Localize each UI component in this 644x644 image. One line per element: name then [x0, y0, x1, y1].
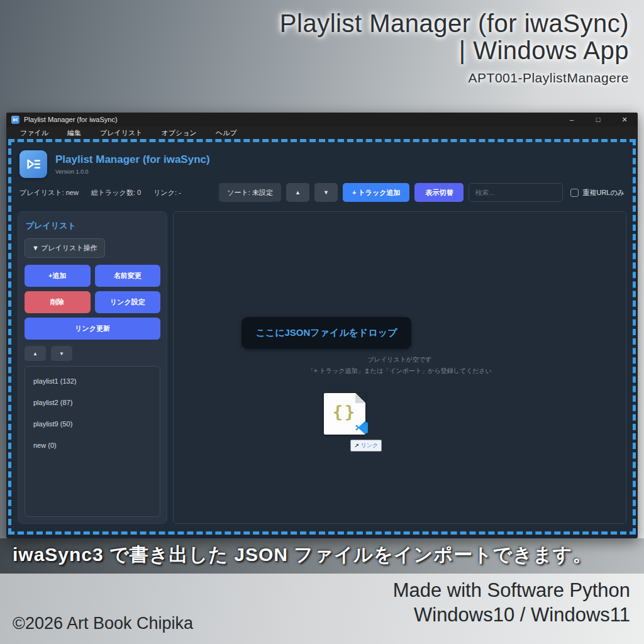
empty-state-text: プレイリストが空です 「+ トラック追加」または「インポート」から登録してくださ…: [174, 354, 626, 376]
credit-os: Windows10 / Windows11: [393, 603, 630, 628]
playlist-item[interactable]: playlist9 (50): [25, 413, 160, 435]
search-input[interactable]: [469, 183, 563, 202]
poster-subtitle: APT001-PlaylistManagere: [280, 70, 629, 86]
poster-caption: iwaSync3 で書き出した JSON ファイルをインポートできます。: [13, 542, 635, 568]
shortcut-label: リンク: [361, 441, 379, 450]
menu-edit[interactable]: 編集: [67, 128, 81, 138]
menu-file[interactable]: ファイル: [20, 128, 48, 138]
sort-button[interactable]: ソート: 未設定: [219, 183, 281, 202]
playlist-item[interactable]: playlist1 (132): [25, 370, 160, 392]
minimize-button[interactable]: –: [558, 113, 585, 126]
duplicate-url-filter: 重複URLのみ: [570, 188, 625, 197]
playlist-list: playlist1 (132) playlist2 (87) playlist9…: [25, 366, 160, 517]
shortcut-arrow-icon: ↗: [354, 443, 359, 449]
app-window: Playlist Manager (for iwaSync) – □ ✕ ファイ…: [6, 113, 638, 538]
playlist-app-icon: [19, 150, 47, 178]
window-controls: – □ ✕: [558, 113, 638, 126]
json-file-icon: {}: [324, 393, 365, 435]
toggle-view-button[interactable]: 表示切替: [414, 183, 464, 202]
delete-playlist-button[interactable]: 削除: [25, 291, 91, 313]
menu-playlist[interactable]: プレイリスト: [100, 128, 143, 138]
status-toolbar-row: プレイリスト: new 総トラック数: 0 リンク: - ソート: 未設定 ▲ …: [11, 180, 633, 208]
json-file-illustration: {} ↗ リンク: [324, 393, 368, 450]
sort-down-button[interactable]: ▼: [314, 183, 338, 202]
poster-title-line1: Playlist Manager (for iwaSync): [280, 10, 629, 37]
app-content: Playlist Manager (for iwaSync) Version 1…: [8, 139, 636, 535]
window-titlebar: Playlist Manager (for iwaSync) – □ ✕: [6, 113, 638, 126]
playlist-action-buttons: +追加 名前変更 削除 リンク設定: [25, 265, 160, 313]
status-track-count: 総トラック数: 0: [91, 188, 141, 197]
playlist-sidebar: プレイリスト ▼ プレイリスト操作 +追加 名前変更 削除 リンク設定 リンク更…: [18, 211, 167, 524]
poster: Playlist Manager (for iwaSync) | Windows…: [0, 0, 644, 644]
empty-state-line1: プレイリストが空です: [174, 354, 626, 365]
move-playlist-up-button[interactable]: ▲: [25, 346, 46, 361]
playlist-item[interactable]: playlist2 (87): [25, 392, 160, 413]
menu-bar: ファイル 編集 プレイリスト オプション ヘルプ: [6, 126, 638, 139]
rename-playlist-button[interactable]: 名前変更: [95, 265, 161, 287]
app-version: Version 1.0.0: [55, 169, 210, 175]
link-update-button[interactable]: リンク更新: [25, 318, 160, 340]
track-area: ここにJSONファイルをドロップ プレイリストが空です 「+ トラック追加」また…: [173, 211, 626, 524]
add-track-button[interactable]: + トラック追加: [343, 183, 410, 202]
app-header: Playlist Manager (for iwaSync) Version 1…: [11, 142, 633, 180]
duplicate-url-label: 重複URLのみ: [582, 188, 625, 197]
duplicate-url-checkbox[interactable]: [570, 189, 579, 197]
app-title: Playlist Manager (for iwaSync): [55, 153, 210, 166]
playlist-item[interactable]: new (0): [25, 435, 160, 456]
playlist-move-buttons: ▲ ▼: [25, 346, 160, 361]
credit-made-with: Made with Software Python: [393, 579, 630, 603]
menu-help[interactable]: ヘルプ: [216, 128, 237, 138]
poster-title-line2: | Windows App: [280, 37, 629, 64]
status-bar: プレイリスト: new 総トラック数: 0 リンク: -: [19, 188, 181, 197]
link-shortcut-badge: ↗ リンク: [350, 440, 382, 452]
window-body: プレイリスト ▼ プレイリスト操作 +追加 名前変更 削除 リンク設定 リンク更…: [18, 211, 626, 524]
sidebar-heading: プレイリスト: [26, 220, 159, 231]
status-link: リンク: -: [153, 188, 181, 197]
menu-options[interactable]: オプション: [162, 128, 197, 138]
json-drop-zone[interactable]: ここにJSONファイルをドロップ: [242, 317, 411, 349]
window-app-icon: [11, 116, 19, 124]
add-playlist-button[interactable]: +追加: [25, 265, 91, 287]
poster-title: Playlist Manager (for iwaSync) | Windows…: [280, 10, 629, 86]
credit-copyright: ©2026 Art Book Chipika: [13, 614, 193, 633]
move-playlist-down-button[interactable]: ▼: [51, 346, 72, 361]
empty-state-line2: 「+ トラック追加」または「インポート」から登録してください: [174, 365, 626, 377]
vscode-icon: [355, 421, 369, 435]
sort-up-button[interactable]: ▲: [286, 183, 309, 202]
link-settings-button[interactable]: リンク設定: [95, 291, 161, 313]
credit-right: Made with Software Python Windows10 / Wi…: [393, 579, 630, 628]
window-title: Playlist Manager (for iwaSync): [24, 116, 118, 123]
playlist-operations-button[interactable]: ▼ プレイリスト操作: [25, 238, 105, 258]
close-button[interactable]: ✕: [611, 113, 638, 126]
maximize-button[interactable]: □: [585, 113, 611, 126]
status-playlist: プレイリスト: new: [19, 188, 79, 197]
